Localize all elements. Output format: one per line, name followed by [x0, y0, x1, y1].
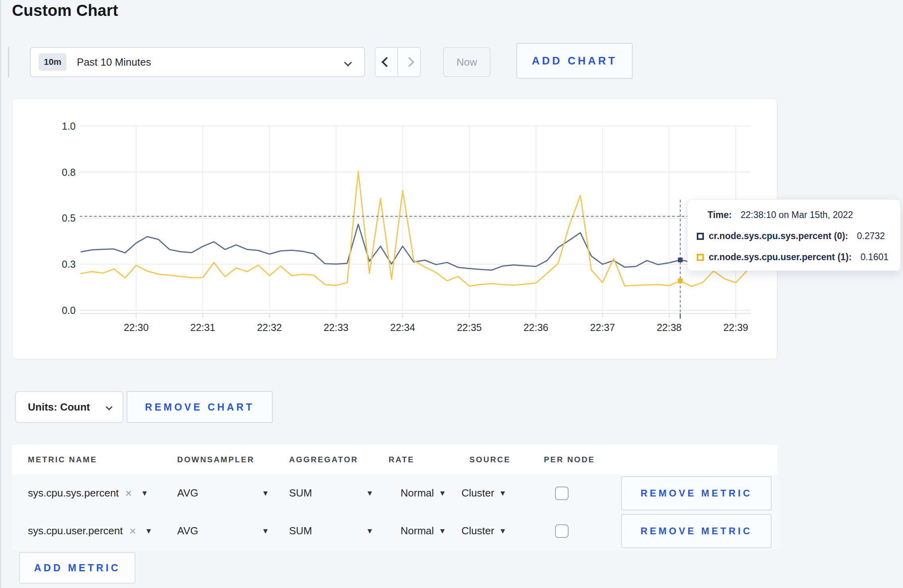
downsampler-dropdown-icon[interactable]: ▼	[262, 489, 269, 498]
downsampler-dropdown-icon[interactable]: ▼	[262, 527, 269, 535]
metric-name-value: sys.cpu.user.percent	[28, 525, 123, 537]
source-dropdown-icon[interactable]: ▼	[499, 489, 506, 498]
tooltip-series-user-value: 0.1601	[860, 252, 888, 263]
chart-tooltip: Time: 22:38:10 on Mar 15th, 2022 cr.node…	[687, 199, 901, 271]
aggregator-value: SUM	[289, 525, 312, 537]
cpu-line-chart[interactable]: 0.00.30.50.81.022:3022:3122:3222:3322:34…	[13, 99, 777, 359]
rate-dropdown-icon[interactable]: ▼	[439, 527, 446, 535]
rate-value: Normal	[401, 525, 434, 537]
svg-text:22:37: 22:37	[590, 322, 615, 333]
svg-text:22:39: 22:39	[723, 322, 749, 333]
tooltip-time-title: Time:	[708, 210, 732, 220]
rate-dropdown-icon[interactable]: ▼	[439, 489, 446, 498]
chevron-down-icon	[344, 58, 352, 66]
svg-text:0.3: 0.3	[62, 259, 76, 270]
time-back-button[interactable]	[375, 48, 398, 76]
tooltip-series-sys-label: cr.node.sys.cpu.sys.percent (0):	[709, 231, 848, 241]
svg-text:22:31: 22:31	[190, 322, 215, 333]
page-left-border	[0, 0, 1, 588]
clear-metric-icon[interactable]: ×	[125, 487, 132, 499]
clear-metric-icon[interactable]: ×	[129, 525, 136, 537]
remove-metric-button[interactable]: REMOVE METRIC	[621, 514, 772, 548]
svg-text:0.8: 0.8	[62, 167, 76, 178]
source-value: Cluster	[461, 487, 494, 499]
per-node-checkbox[interactable]	[555, 487, 569, 500]
source-dropdown-icon[interactable]: ▼	[499, 527, 506, 535]
col-header-per-node: PER NODE	[532, 455, 608, 464]
time-range-badge: 10m	[39, 53, 66, 71]
svg-text:1.0: 1.0	[62, 121, 76, 132]
tooltip-series-sys-value: 0.2732	[857, 231, 885, 241]
series-sys-swatch-icon	[697, 233, 704, 240]
metric-dropdown-icon[interactable]: ▼	[141, 489, 149, 498]
svg-text:22:30: 22:30	[124, 322, 149, 333]
chevron-down-icon	[106, 404, 113, 411]
downsampler-value: AVG	[177, 525, 198, 537]
time-range-label: Past 10 Minutes	[77, 56, 151, 68]
metric-dropdown-icon[interactable]: ▼	[145, 527, 152, 535]
remove-metric-button[interactable]: REMOVE METRIC	[621, 476, 772, 510]
add-chart-button[interactable]: ADD CHART	[516, 43, 633, 79]
svg-text:22:38: 22:38	[657, 322, 682, 333]
col-header-downsampler: DOWNSAMPLER	[177, 455, 289, 464]
tooltip-time-value: 22:38:10 on Mar 15th, 2022	[741, 210, 853, 220]
units-dropdown[interactable]: Units: Count	[15, 391, 123, 423]
col-header-aggregator: AGGREGATOR	[289, 455, 389, 464]
chevron-left-icon	[381, 57, 391, 67]
rate-value: Normal	[401, 487, 434, 499]
svg-text:22:36: 22:36	[524, 322, 549, 333]
metrics-table-header: METRIC NAME DOWNSAMPLER AGGREGATOR RATE …	[12, 445, 778, 474]
series-user-swatch-icon	[697, 254, 704, 261]
aggregator-dropdown-icon[interactable]: ▼	[366, 527, 373, 535]
col-header-source: SOURCE	[457, 455, 532, 464]
page-title: Custom Chart	[12, 2, 118, 19]
chart-card: 0.00.30.50.81.022:3022:3122:3222:3322:34…	[12, 98, 778, 360]
per-node-checkbox[interactable]	[555, 524, 569, 538]
svg-text:0.0: 0.0	[62, 305, 76, 316]
units-label: Units: Count	[28, 401, 90, 413]
svg-text:22:34: 22:34	[390, 322, 415, 333]
col-header-rate: RATE	[389, 455, 457, 464]
col-header-metric-name: METRIC NAME	[24, 455, 177, 464]
downsampler-value: AVG	[177, 487, 198, 499]
svg-text:0.5: 0.5	[62, 212, 76, 224]
chevron-right-icon	[404, 57, 414, 67]
tooltip-series-user-label: cr.node.sys.cpu.user.percent (1):	[709, 252, 852, 263]
metric-name-value: sys.cpu.sys.percent	[28, 487, 119, 499]
svg-text:22:35: 22:35	[457, 322, 482, 333]
time-step-buttons	[375, 47, 421, 77]
metrics-table-rows: sys.cpu.sys.percent × ▼ AVG ▼ SUM ▼ Norm…	[12, 474, 778, 550]
now-button[interactable]: Now	[443, 47, 491, 77]
add-metric-button[interactable]: ADD METRIC	[19, 552, 135, 584]
table-row: sys.cpu.sys.percent × ▼ AVG ▼ SUM ▼ Norm…	[12, 474, 778, 512]
time-selector-divider	[8, 47, 9, 77]
table-row: sys.cpu.user.percent × ▼ AVG ▼ SUM ▼ Nor…	[12, 512, 778, 550]
source-value: Cluster	[461, 525, 494, 537]
svg-text:22:33: 22:33	[324, 322, 349, 333]
time-forward-button[interactable]	[398, 48, 420, 76]
svg-text:22:32: 22:32	[257, 322, 282, 333]
aggregator-dropdown-icon[interactable]: ▼	[366, 489, 373, 498]
time-range-dropdown[interactable]: 10m Past 10 Minutes	[30, 47, 365, 77]
aggregator-value: SUM	[289, 487, 312, 499]
remove-chart-button[interactable]: REMOVE CHART	[127, 391, 273, 423]
